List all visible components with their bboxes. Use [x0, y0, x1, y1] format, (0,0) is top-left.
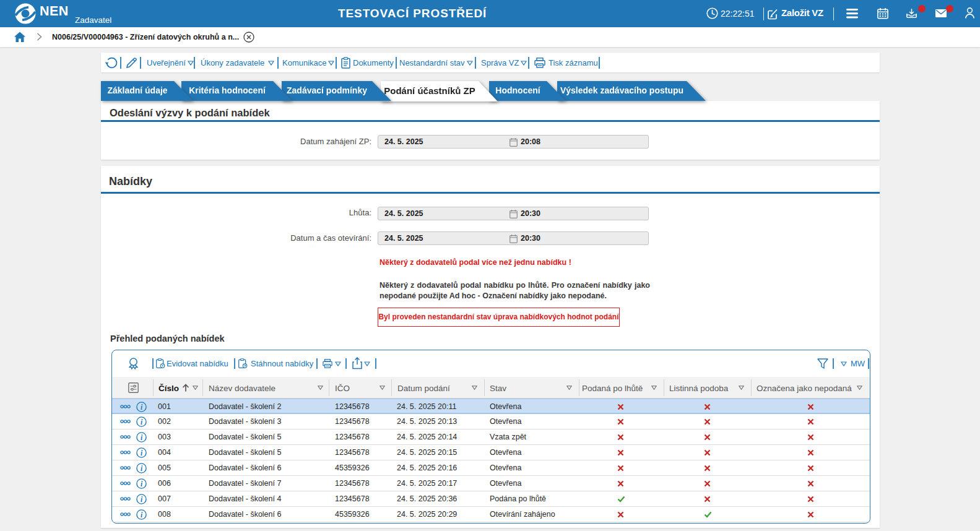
svg-text:i: i — [141, 418, 143, 426]
svg-text:i: i — [141, 404, 143, 411]
svg-text:i: i — [141, 434, 143, 441]
svg-text:i: i — [141, 511, 143, 519]
svg-text:i: i — [141, 480, 143, 488]
svg-text:i: i — [141, 496, 143, 503]
svg-text:i: i — [141, 449, 143, 457]
svg-text:i: i — [141, 465, 143, 472]
